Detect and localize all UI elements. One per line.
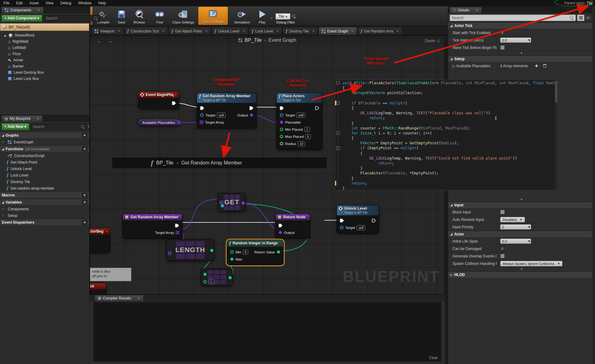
details-search[interactable]: [450, 15, 576, 21]
data-pin[interactable]: [200, 113, 204, 117]
details-search-input[interactable]: [452, 16, 570, 20]
pin-value-input[interactable]: self: [217, 113, 226, 118]
forward-arrow-icon[interactable]: →: [108, 38, 113, 44]
checkbox[interactable]: [500, 254, 505, 258]
menu-item-view[interactable]: View: [42, 0, 57, 6]
dropdown[interactable]: Always Spawn, Ignore Collisions▼: [500, 261, 562, 266]
pin-value-input[interactable]: 0: [243, 250, 249, 255]
component-item-sharedroot[interactable]: ◢SharedRoot: [0, 32, 89, 38]
class-settings-button[interactable]: ⚙Class Settings: [169, 6, 198, 25]
place-actors[interactable]: fPlace ActorsTarget is TileTargetselfPla…: [276, 93, 322, 150]
checkbox[interactable]: [500, 45, 505, 50]
exec-pin[interactable]: [200, 106, 204, 110]
event-beginplay[interactable]: Event BeginPlay: [138, 91, 179, 109]
tab-get-random-arra[interactable]: fGet Random Arra✕: [358, 27, 402, 35]
details-section-hlod[interactable]: ▷HLOD: [448, 271, 595, 278]
my-blueprint-search-input[interactable]: [33, 125, 81, 129]
expander-icon[interactable]: ▷: [2, 214, 6, 217]
event-tick-partial[interactable]: vent Tick: [90, 283, 106, 295]
visibility-eye-icon[interactable]: [586, 16, 591, 20]
data-pin[interactable]: [228, 276, 232, 280]
menu-item-window[interactable]: Window: [75, 0, 95, 6]
add-icon[interactable]: +: [82, 193, 87, 198]
exec-pin[interactable]: [175, 223, 179, 228]
components-search-input[interactable]: [46, 16, 94, 20]
tab-construction-scri[interactable]: fConstruction Scri✕: [124, 27, 168, 35]
pin-value-input[interactable]: self: [357, 225, 365, 230]
section-header-event-dispatchers[interactable]: Event Dispatchers+: [0, 219, 89, 226]
numeric-input[interactable]: 0◥: [500, 224, 531, 230]
available-placeables-var[interactable]: Available Placeables: [138, 119, 180, 126]
menu-item-asset[interactable]: Asset: [26, 0, 42, 6]
section-expander[interactable]: ▼: [448, 198, 595, 202]
data-pin[interactable]: [280, 134, 284, 138]
data-pin[interactable]: [203, 272, 207, 276]
property-matrix-button[interactable]: [577, 15, 584, 21]
blueprint-item-destroy-tile[interactable]: fDestroy Tile: [0, 178, 89, 185]
code-scrollbar[interactable]: [555, 80, 558, 190]
back-arrow-icon[interactable]: ←: [97, 38, 102, 44]
compiler-results-tab[interactable]: Compiler Results ✕: [95, 295, 144, 301]
data-pin[interactable]: [230, 250, 234, 254]
numeric-input[interactable]: 0.0◥: [500, 239, 531, 244]
blueprint-item-constructionscript[interactable]: ↗fConstructionScript: [0, 152, 89, 159]
component-item-leftwall[interactable]: ⌂LeftWall: [0, 45, 89, 51]
data-pin[interactable]: [280, 127, 284, 131]
section-header-variables[interactable]: ◢Variables+: [0, 199, 89, 206]
component-item-barrier[interactable]: ⌂Barrier: [0, 63, 89, 69]
exec-pin[interactable]: [340, 218, 344, 223]
close-icon[interactable]: ✕: [37, 117, 39, 121]
function-breadcrumb-root[interactable]: BP_Tile: [156, 160, 173, 166]
close-icon[interactable]: ✕: [37, 8, 40, 12]
array-pin[interactable]: [200, 121, 203, 124]
menu-item-edit[interactable]: Edit: [13, 0, 26, 6]
close-icon[interactable]: ✕: [205, 29, 208, 33]
component-item-level-lock-box[interactable]: Level Lock Box: [0, 76, 89, 82]
numeric-input[interactable]: 0.0◥: [500, 37, 531, 43]
simulation-button[interactable]: ⚙Simulation: [230, 6, 253, 25]
blueprint-item-lock-level[interactable]: fLock Level: [0, 172, 89, 178]
add-icon[interactable]: +: [82, 133, 87, 138]
get-random-array-member-entry[interactable]: Get Random Array MemberTarget Array: [122, 214, 182, 239]
data-pin[interactable]: [210, 248, 214, 252]
menu-item-file[interactable]: File: [0, 0, 13, 6]
close-icon[interactable]: ✕: [276, 29, 279, 33]
array-pin[interactable]: [177, 121, 181, 124]
details-section-actor[interactable]: ◢Actor: [448, 231, 595, 238]
add-icon[interactable]: +: [82, 147, 87, 151]
dropdown[interactable]: Disabled▼: [500, 217, 525, 222]
details-tab[interactable]: ⓘ Details ✕: [449, 7, 482, 13]
search-icon[interactable]: [292, 15, 296, 18]
tab-lock-level[interactable]: fLock Level✕: [249, 27, 282, 35]
visibility-eye-icon[interactable]: [88, 125, 89, 128]
clear-button[interactable]: Clear: [429, 356, 438, 360]
expander-icon[interactable]: ▷: [2, 208, 6, 210]
close-icon[interactable]: ✕: [162, 29, 165, 33]
data-pin[interactable]: [249, 113, 253, 117]
blueprint-item-get-random-array-member[interactable]: fGet random array member: [0, 185, 89, 191]
details-scrollbar[interactable]: [592, 6, 595, 364]
add-element-icon[interactable]: ✚: [535, 64, 538, 68]
checkbox[interactable]: ✓: [500, 30, 505, 35]
browse-button[interactable]: Browse: [130, 6, 149, 25]
close-icon[interactable]: ✕: [242, 29, 245, 33]
pin-value-input[interactable]: 10: [298, 141, 305, 146]
component-self-row[interactable]: BP_Tile(self): [0, 23, 89, 31]
event-actorbegin-partial[interactable]: vent ActorBeg0: [90, 228, 110, 253]
play-button[interactable]: Play: [254, 6, 271, 25]
find-button[interactable]: Find: [151, 6, 169, 25]
blueprint-item-components[interactable]: ▷Components: [0, 206, 89, 212]
get-random-array-member-call[interactable]: fGet Random Array MemberTarget is BP Til…: [197, 93, 257, 128]
array-length[interactable]: LENGTH: [166, 239, 214, 261]
my-blueprint-tab[interactable]: ▤ My Blueprint ✕: [1, 115, 43, 122]
add-icon[interactable]: +: [82, 200, 87, 205]
section-header-functions[interactable]: ◢Functions(18 Overridable)+: [0, 145, 89, 152]
tab-viewport[interactable]: Viewport✕: [91, 27, 124, 35]
subtract-node[interactable]: 1: [201, 269, 233, 286]
expander-icon[interactable]: ◢: [4, 34, 7, 37]
components-search[interactable]: [44, 15, 100, 22]
close-icon[interactable]: ✕: [137, 296, 140, 300]
data-pin[interactable]: [340, 226, 344, 230]
data-pin[interactable]: [230, 257, 234, 261]
component-item-level-destroy-box[interactable]: Level Destroy Box: [0, 69, 89, 76]
